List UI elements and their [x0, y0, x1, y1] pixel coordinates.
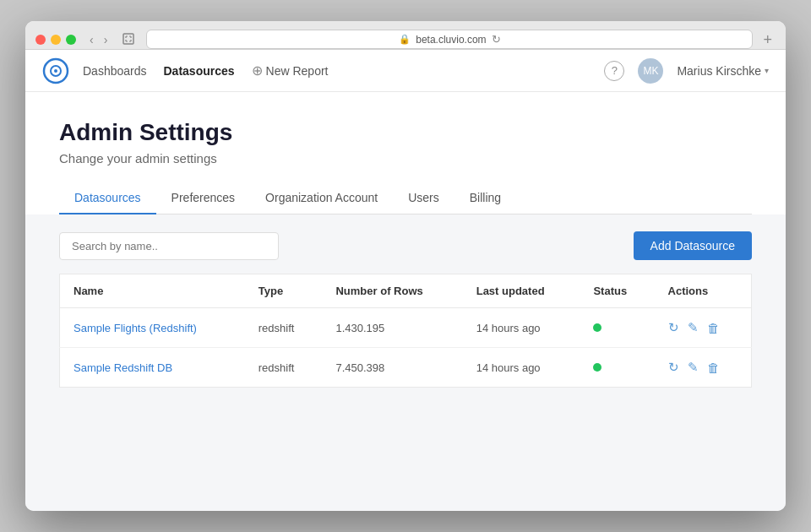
lock-icon: 🔒: [399, 34, 411, 45]
refresh-icon-0[interactable]: ↻: [668, 320, 679, 335]
col-rows: Number of Rows: [322, 274, 462, 308]
col-name: Name: [60, 274, 245, 308]
tab-preferences[interactable]: Preferences: [156, 182, 250, 214]
cell-type-1: redshift: [245, 348, 323, 388]
content-inner: Admin Settings Change your admin setting…: [25, 92, 786, 214]
page-subtitle: Change your admin settings: [59, 151, 752, 166]
edit-icon-1[interactable]: ✎: [688, 360, 699, 375]
avatar: MK: [638, 58, 663, 84]
url-text: beta.cluvio.com: [416, 34, 486, 46]
browser-window: ‹ › 🔒 beta.cluvio.com ↻ +: [25, 21, 786, 511]
reload-button[interactable]: ↻: [492, 33, 501, 46]
table-row: Sample Redshift DB redshift 7.450.398 14…: [60, 348, 752, 388]
page-title: Admin Settings: [59, 119, 752, 146]
datasource-table: Name Type Number of Rows Last updated St…: [59, 274, 752, 388]
minimize-button[interactable]: [51, 35, 61, 45]
app-logo: [42, 57, 69, 84]
forward-button[interactable]: ›: [101, 32, 112, 47]
cell-updated-0: 14 hours ago: [463, 308, 580, 348]
table-row: Sample Flights (Redshift) redshift 1.430…: [60, 308, 752, 348]
nav-right: ? MK Marius Kirschke ▾: [604, 58, 769, 84]
tab-billing[interactable]: Billing: [454, 182, 516, 214]
address-bar[interactable]: 🔒 beta.cluvio.com ↻: [146, 30, 753, 49]
nav-links: Dashboards Datasources ⊕ New Report: [83, 61, 604, 81]
tab-organization-account[interactable]: Organization Account: [250, 182, 393, 214]
cell-status-1: [580, 348, 654, 388]
cell-status-0: [580, 308, 654, 348]
cell-updated-1: 14 hours ago: [463, 348, 580, 388]
cell-rows-0: 1.430.195: [322, 308, 462, 348]
status-dot-1: [593, 363, 601, 372]
cell-type-0: redshift: [245, 308, 323, 348]
col-actions: Actions: [655, 274, 752, 308]
refresh-icon-1[interactable]: ↻: [668, 360, 679, 375]
col-status: Status: [580, 274, 654, 308]
datasource-link-0[interactable]: Sample Flights (Redshift): [73, 322, 197, 334]
back-button[interactable]: ‹: [86, 32, 97, 47]
nav-dashboards[interactable]: Dashboards: [83, 61, 147, 81]
delete-icon-0[interactable]: 🗑: [707, 321, 720, 335]
plus-icon: ⊕: [252, 62, 263, 79]
traffic-lights: [35, 35, 76, 45]
close-button[interactable]: [35, 35, 46, 45]
table-header-row: Name Type Number of Rows Last updated St…: [60, 274, 752, 308]
fullscreen-button[interactable]: [117, 31, 139, 48]
browser-titlebar: ‹ › 🔒 beta.cluvio.com ↻ +: [25, 21, 786, 50]
datasource-link-1[interactable]: Sample Redshift DB: [73, 361, 172, 374]
user-menu[interactable]: Marius Kirschke ▾: [677, 64, 769, 78]
svg-point-3: [54, 69, 57, 73]
col-updated: Last updated: [463, 274, 580, 308]
edit-icon-0[interactable]: ✎: [688, 320, 699, 335]
search-add-row: Add Datasource: [59, 231, 752, 260]
svg-rect-0: [123, 34, 133, 44]
status-dot-0: [593, 323, 601, 332]
nav-new-report[interactable]: ⊕ New Report: [252, 62, 329, 79]
cell-rows-1: 7.450.398: [322, 348, 462, 388]
table-area: Add Datasource Name Type Number of Rows …: [25, 214, 786, 421]
search-input[interactable]: [59, 232, 279, 260]
tabs: Datasources Preferences Organization Acc…: [59, 182, 752, 214]
col-type: Type: [245, 274, 323, 308]
add-datasource-button[interactable]: Add Datasource: [634, 231, 752, 260]
main-content: Admin Settings Change your admin setting…: [25, 92, 786, 511]
cell-name-0: Sample Flights (Redshift): [60, 308, 245, 348]
cell-actions-0: ↻ ✎ 🗑: [655, 308, 752, 348]
delete-icon-1[interactable]: 🗑: [707, 361, 720, 375]
app-navbar: Dashboards Datasources ⊕ New Report ? MK…: [25, 50, 786, 92]
cell-name-1: Sample Redshift DB: [60, 348, 245, 388]
new-tab-button[interactable]: +: [759, 32, 776, 47]
tab-users[interactable]: Users: [393, 182, 454, 214]
cell-actions-1: ↻ ✎ 🗑: [655, 348, 752, 388]
nav-datasources[interactable]: Datasources: [164, 61, 235, 81]
caret-icon: ▾: [765, 66, 769, 75]
tab-datasources[interactable]: Datasources: [59, 182, 156, 214]
maximize-button[interactable]: [66, 35, 76, 45]
help-button[interactable]: ?: [604, 61, 624, 81]
